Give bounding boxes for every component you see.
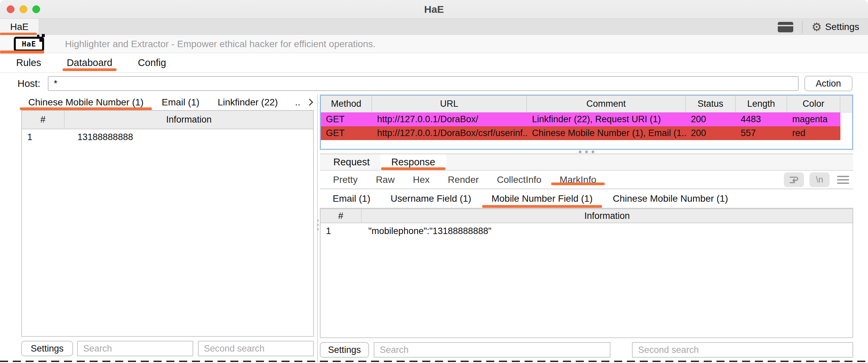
cell-information: 13188888888: [65, 129, 313, 145]
cell-method: GET: [321, 113, 372, 126]
tab-label: CollectInfo: [497, 175, 541, 185]
column-header-information[interactable]: Information: [65, 111, 313, 129]
right-second-search-input[interactable]: [632, 342, 853, 358]
tab-hae[interactable]: HaE: [0, 19, 39, 35]
word-wrap-glyph: [788, 174, 800, 185]
left-second-search-input[interactable]: [198, 341, 314, 356]
cell-comment: Linkfinder (22), Request URI (1): [527, 113, 686, 126]
tab-linkfinder[interactable]: Linkfinder (22): [209, 94, 287, 110]
chevron-right-icon[interactable]: [306, 99, 313, 106]
tab-mark-email[interactable]: Email (1): [322, 189, 380, 208]
settings-button[interactable]: ⚙ Settings: [811, 21, 859, 33]
cell-status: 200: [686, 113, 736, 126]
tab-databoard-label: Databoard: [67, 57, 112, 68]
row-filler: [840, 126, 852, 140]
title-bar: HaE: [0, 0, 868, 19]
banner-subtitle: Highlighter and Extractor - Empower ethi…: [65, 39, 375, 50]
column-header-num[interactable]: #: [320, 209, 362, 222]
app-tab-strip: HaE ⚙ Settings: [0, 19, 868, 35]
tab-label: Mobile Number Field (1): [492, 193, 593, 204]
mark-info-table: # Information 1 "mobilephone":"131888888…: [320, 208, 853, 338]
tab-label: Email (1): [162, 97, 199, 108]
traffic-lights: [7, 5, 40, 13]
table-header: # Information: [22, 111, 313, 129]
action-button[interactable]: Action: [804, 76, 852, 91]
panel-splitter-handle[interactable]: [317, 219, 319, 230]
main-nav-tabs: Rules Databoard Config: [0, 53, 868, 73]
tab-chinese-mobile-number[interactable]: Chinese Mobile Number (1): [19, 94, 153, 110]
table-row[interactable]: 1 13188888888: [22, 129, 313, 145]
message-tab-bar: Request Response: [320, 154, 853, 171]
tab-collectinfo[interactable]: CollectInfo: [488, 175, 551, 185]
banner-row: HaE Highlighter and Extractor - Empower …: [0, 35, 868, 53]
zoom-window-icon[interactable]: [32, 5, 40, 13]
tab-label: Email (1): [333, 193, 370, 204]
tab-markinfo[interactable]: MarkInfo: [551, 175, 606, 185]
mark-tab-bar: Email (1) Username Field (1) Mobile Numb…: [320, 189, 853, 208]
hae-logo-icon: HaE: [14, 37, 44, 52]
tab-email[interactable]: Email (1): [153, 94, 209, 110]
tab-mark-chinese-mobile-number[interactable]: Chinese Mobile Number (1): [603, 189, 738, 208]
tab-pretty[interactable]: Pretty: [324, 175, 367, 185]
left-info-table: # Information 1 13188888888: [21, 110, 314, 337]
word-wrap-icon[interactable]: [784, 173, 804, 187]
tab-databoard[interactable]: Databoard: [59, 53, 120, 72]
column-header-comment[interactable]: Comment: [527, 96, 686, 112]
cell-num: 1: [320, 223, 362, 239]
tab-request[interactable]: Request: [322, 154, 380, 170]
column-header-url[interactable]: URL: [372, 96, 527, 112]
tab-label: Linkfinder (22): [217, 97, 278, 108]
result-row-magenta[interactable]: GET http://127.0.0.1/DoraBox/ Linkfinder…: [321, 113, 852, 126]
host-input[interactable]: [48, 76, 799, 91]
results-splitter-handle[interactable]: [320, 150, 853, 154]
cell-information: "mobilephone":"13188888888": [362, 223, 852, 239]
minimize-window-icon[interactable]: [20, 5, 27, 13]
host-label: Host:: [18, 78, 40, 89]
host-bar: Host: Action: [0, 73, 868, 94]
right-settings-button[interactable]: Settings: [320, 342, 369, 358]
tab-config[interactable]: Config: [131, 53, 174, 72]
tab-label: Username Field (1): [391, 193, 471, 204]
column-header-color[interactable]: Color: [787, 96, 840, 112]
right-search-input[interactable]: [374, 342, 611, 358]
tab-hex[interactable]: Hex: [404, 175, 439, 185]
cell-url: http://127.0.0.1/DoraBox/csrf/userinf...: [372, 126, 527, 140]
result-row-cells: GET http://127.0.0.1/DoraBox/csrf/userin…: [321, 126, 840, 140]
result-row-red[interactable]: GET http://127.0.0.1/DoraBox/csrf/userin…: [321, 126, 852, 140]
column-header-num[interactable]: #: [22, 111, 65, 129]
tab-rules[interactable]: Rules: [9, 53, 49, 72]
column-header-information[interactable]: Information: [362, 209, 852, 222]
left-settings-button[interactable]: Settings: [21, 341, 73, 356]
tab-mark-username-field[interactable]: Username Field (1): [380, 189, 482, 208]
column-header-method[interactable]: Method: [321, 96, 372, 112]
left-search-input[interactable]: [77, 341, 193, 356]
gear-icon: ⚙: [811, 21, 822, 33]
tab-label: Hex: [413, 175, 430, 185]
databoard-right-panel: Method URL Comment Status Length Color G…: [318, 94, 868, 363]
settings-label: Settings: [825, 22, 859, 32]
column-header-filler: [840, 96, 852, 112]
left-tab-bar: Chinese Mobile Number (1) Email (1) Link…: [19, 94, 314, 110]
tab-rules-label: Rules: [16, 57, 41, 68]
layout-panel-icon[interactable]: [778, 22, 793, 32]
tab-label: Chinese Mobile Number (1): [613, 193, 728, 204]
cell-length: 4483: [736, 113, 787, 126]
cell-num: 1: [22, 129, 65, 145]
cell-length: 557: [736, 126, 787, 140]
column-header-status[interactable]: Status: [686, 96, 736, 112]
tab-label: MarkInfo: [560, 175, 596, 185]
editor-menu-icon[interactable]: [835, 176, 851, 184]
cell-method: GET: [321, 126, 372, 140]
newline-icon[interactable]: \n: [809, 173, 830, 187]
column-header-length[interactable]: Length: [736, 96, 787, 112]
tab-render[interactable]: Render: [439, 175, 488, 185]
close-window-icon[interactable]: [7, 5, 14, 13]
cell-color: magenta: [787, 113, 840, 126]
tab-label: Raw: [376, 175, 395, 185]
tab-response[interactable]: Response: [380, 154, 446, 170]
tab-label: Response: [391, 157, 435, 168]
tab-raw[interactable]: Raw: [367, 175, 404, 185]
tab-hae-label: HaE: [10, 22, 28, 32]
table-row[interactable]: 1 "mobilephone":"13188888888": [320, 223, 852, 239]
tab-mark-mobile-number-field[interactable]: Mobile Number Field (1): [482, 189, 603, 208]
